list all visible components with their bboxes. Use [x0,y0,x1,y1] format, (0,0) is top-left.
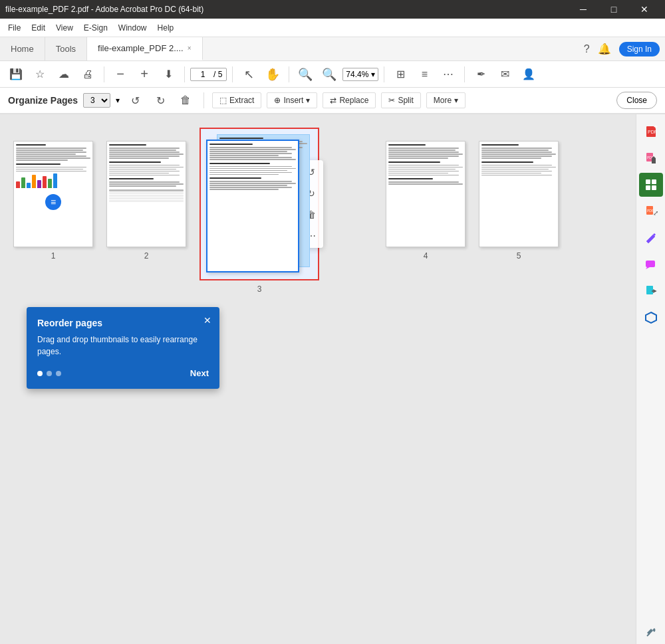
reorder-tip: ✕ Reorder pages Drag and drop thumbnails… [27,307,219,389]
print-button[interactable]: 🖨 [77,64,98,85]
page-num-3: 3 [257,284,262,294]
bookmark-button[interactable]: ☆ [29,64,51,85]
organize-label: Organize Pages [8,95,78,106]
crop-button[interactable]: ⊞ [390,64,411,85]
page-thumb-4[interactable] [386,141,466,247]
page-front[interactable] [206,140,299,272]
split-button[interactable]: ✂ Split [381,92,420,108]
svg-rect-14 [646,286,653,294]
maximize-button[interactable]: □ [598,0,629,19]
tip-dot-1 [37,371,43,376]
form-button[interactable]: ≡ [414,64,435,85]
download-button[interactable]: ⬇ [158,64,179,85]
titlebar: file-example_PDF 2.pdf - Adobe Acrobat P… [0,0,665,19]
svg-marker-15 [646,312,656,323]
undo-button[interactable]: ↺ [125,90,145,110]
tip-title: Reorder pages [37,318,209,328]
tab-file[interactable]: file-example_PDF 2.... × [87,37,202,60]
menu-esign[interactable]: E-Sign [78,22,113,34]
page-num-1: 1 [51,251,56,261]
titlebar-title: file-example_PDF 2.pdf - Adobe Acrobat P… [5,5,203,14]
page-thumb-5[interactable] [479,141,559,247]
drag-indicator: ≡ [45,194,61,210]
sidebar-protect[interactable] [639,306,663,330]
zoom-select[interactable]: 74.4% ▾ [342,68,378,81]
delete-button[interactable]: 🗑 [176,90,196,110]
tabbar: Home Tools file-example_PDF 2.... × ? 🔔 … [0,37,665,61]
zoom-in-button[interactable]: + [134,64,155,85]
page-thumb-2[interactable] [106,141,186,247]
tip-dot-3 [56,371,61,376]
svg-text:PDF: PDF [648,130,657,134]
toolbar-separator-1 [104,66,104,82]
org-separator-1 [203,92,204,108]
main-toolbar: 💾 ☆ ☁ 🖨 − + ⬇ / 5 ↖ ✋ 🔍 🔍 74.4% ▾ ⊞ ≡ ⋯ … [0,61,665,88]
main-area: ≡ 1 [0,114,665,644]
page-number-select[interactable]: 3 1 2 4 5 [83,93,110,108]
svg-rect-8 [652,185,656,190]
zoom-in2-button[interactable]: 🔍 [319,64,340,85]
more-button[interactable]: More ▾ [426,92,466,108]
svg-rect-6 [652,179,656,184]
account-button[interactable]: 👤 [518,64,539,85]
toolbar-separator-4 [289,66,289,82]
page-item-5[interactable]: 5 [479,141,559,294]
svg-text:+: + [654,125,658,130]
tip-dot-2 [47,371,52,376]
sidebar-edit[interactable] [639,226,663,250]
page-number-input[interactable] [195,70,211,79]
tab-tools[interactable]: Tools [45,37,87,60]
close-organize-button[interactable]: Close [616,92,657,109]
page-selected-container: ↺ ↻ 🗑 ⋯ [200,128,319,280]
svg-rect-12 [646,261,655,267]
right-sidebar: PDF+ PDF PDF⤢ [636,114,665,644]
zoom-out-button[interactable]: − [110,64,131,85]
sidebar-comment[interactable] [639,253,663,276]
tip-body: Drag and drop thumbnails to easily rearr… [37,334,209,358]
hand-tool-button[interactable]: ✋ [262,64,283,85]
menu-edit[interactable]: Edit [26,22,51,34]
page-item-2[interactable]: 2 [106,141,186,294]
extract-button[interactable]: ⬚ Extract [212,92,261,108]
mail-button[interactable]: ✉ [494,64,515,85]
sidebar-tools2[interactable] [639,620,663,644]
close-button[interactable]: ✕ [629,0,660,19]
menu-view[interactable]: View [51,22,78,34]
page-item-3[interactable]: ↺ ↻ 🗑 ⋯ [200,128,319,294]
tip-footer: Next [37,368,209,378]
sidebar-share[interactable] [639,279,663,303]
minimize-button[interactable]: ─ [568,0,598,19]
tip-close-button[interactable]: ✕ [203,315,211,326]
tip-next-button[interactable]: Next [190,368,209,378]
insert-button[interactable]: ⊕ Insert ▾ [267,92,317,108]
svg-line-16 [647,633,650,636]
cloud-upload-button[interactable]: ☁ [53,64,74,85]
toolbar-separator-5 [384,66,384,82]
page-item-4[interactable]: 4 [386,141,466,294]
tab-close-icon[interactable]: × [188,45,192,52]
redact-button[interactable]: ✒ [470,64,491,85]
replace-button[interactable]: ⇄ Replace [323,92,376,108]
help-button[interactable]: ? [584,43,590,55]
page-indicator: / 5 [190,68,227,81]
signin-button[interactable]: Sign In [619,42,660,56]
select-tool-button[interactable]: ↖ [238,64,259,85]
menu-window[interactable]: Window [113,22,152,34]
menu-file[interactable]: File [3,22,26,34]
more-tools-button[interactable]: ⋯ [438,64,459,85]
tab-home[interactable]: Home [0,37,45,60]
menu-help[interactable]: Help [152,22,180,34]
sidebar-compress[interactable]: PDF⤢ [639,199,663,223]
page-num-2: 2 [144,251,149,261]
svg-text:⤢: ⤢ [653,209,658,217]
sidebar-export[interactable]: PDF [639,146,663,170]
sidebar-organize[interactable] [639,173,663,197]
redo-button[interactable]: ↻ [150,90,170,110]
org-select-arrow: ▾ [116,96,120,105]
page-item-1[interactable]: ≡ 1 [13,141,93,294]
sidebar-add-pdf[interactable]: PDF+ [639,120,663,144]
save-button[interactable]: 💾 [5,64,27,85]
svg-rect-7 [646,185,650,190]
zoom-out2-button[interactable]: 🔍 [295,64,316,85]
notifications-button[interactable]: 🔔 [598,43,611,55]
